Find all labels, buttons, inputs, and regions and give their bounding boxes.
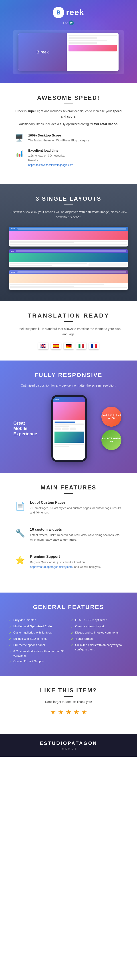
check-icon: ✓	[9, 618, 11, 623]
gen-feature-label: Contact Form 7 Support	[13, 659, 44, 663]
speed-features: 🖥️ 100% Desktop Score The fastest theme …	[13, 134, 124, 167]
phone-secondary-image	[55, 431, 84, 443]
gen-feature-3: ✓ Custom galleries with lightbox.	[9, 630, 66, 636]
check-icon: ✓	[9, 637, 11, 641]
star-5: ★	[81, 708, 87, 716]
brand-subtitle: THEMES	[9, 747, 128, 750]
speed-badge-3g: Just 1.55 to load on 30	[101, 407, 121, 426]
features-list: 📄 Lot of Custom Pages 7 HomePages, 3 Pos…	[13, 501, 124, 575]
url-bar	[16, 250, 126, 252]
mobile-showcase: GreatMobileExperience B reek	[13, 395, 124, 462]
flag-it: 🇮🇹	[76, 343, 86, 349]
phone-line	[55, 444, 84, 445]
check-icon: ✓	[9, 649, 11, 654]
nav-dot	[13, 272, 14, 273]
responsive-section: Fully Responsive Optimized disposition f…	[0, 361, 137, 473]
main-features-section: Main Features 📄 Lot of Custom Pages 7 Ho…	[0, 473, 137, 593]
translation-section: Translation Ready Breek supports i18n st…	[0, 301, 137, 361]
main-features-title: Main Features	[13, 484, 124, 494]
nav-dot	[11, 272, 12, 273]
gen-feature-r3: ✓ Disqus and self hosted comments.	[71, 630, 128, 636]
layout-content	[9, 262, 128, 267]
content-line	[10, 286, 74, 286]
gen-feature-6: ✓ 6 Custom shortcodes with more than 30 …	[9, 648, 66, 659]
check-icon: ✓	[9, 659, 11, 664]
nav-dot	[13, 228, 14, 229]
speed-desc-1: Breek is super light and includes severa…	[13, 109, 124, 119]
gen-feature-5: ✓ Full theme options panel.	[9, 642, 66, 648]
layouts-desc: Just with a few click your articles will…	[9, 210, 128, 220]
gen-feature-label: Custom galleries with lightbox.	[13, 630, 52, 635]
content-line	[10, 244, 127, 245]
feature2-title: Excelient load time	[28, 148, 73, 152]
feature-text-pages: Lot of Custom Pages 7 HomePages, 3 Post …	[30, 501, 124, 515]
phone-tag	[55, 428, 61, 430]
check-icon: ✓	[71, 624, 73, 629]
phone-mockup: B reek	[42, 395, 97, 462]
layout-content	[9, 240, 128, 247]
gen-feature-r2: ✓ One click demo import.	[71, 624, 128, 630]
feature-widgets-title: 10 custom widgets	[30, 528, 124, 531]
layouts-previews	[9, 227, 128, 290]
stars-row: ★ ★ ★ ★ ★	[13, 708, 124, 716]
star-1: ★	[50, 708, 56, 716]
content-line	[10, 242, 74, 243]
layouts-title: 3 Single Layouts	[9, 195, 128, 205]
gen-feature-label: One click demo import.	[75, 624, 105, 628]
nav-dot	[14, 228, 15, 229]
general-features-right: ✓ HTML & CSS3 optimized. ✓ One click dem…	[71, 617, 128, 665]
check-icon: ✓	[71, 631, 73, 635]
phone-content	[53, 420, 85, 449]
mobile-label: GreatMobileExperience	[13, 420, 37, 436]
feature1-title: 100% Desktop Score	[28, 134, 90, 137]
monitor-icon-box: 🖥️	[13, 134, 25, 143]
check-icon: ✓	[71, 618, 73, 623]
flag-fr: 🇫🇷	[89, 343, 99, 349]
layout-no-sidebar	[9, 270, 128, 290]
flag-de: 🇩🇪	[64, 343, 74, 349]
star-4: ★	[73, 708, 79, 716]
gen-feature-4: ✓ Builded with SEO in mind.	[9, 636, 66, 642]
phone-logo: B reek	[55, 399, 59, 400]
content-line	[10, 265, 52, 266]
phone-frame: B reek	[51, 395, 87, 462]
hero-mockup: B reek	[13, 30, 124, 74]
phone-line	[55, 423, 84, 425]
brand-footer: ESTUDIOPATAGON THEMES	[0, 734, 137, 757]
feature-pages-desc: 7 HomePages, 3 Post styles and custom pa…	[30, 506, 124, 515]
responsive-title: Fully Responsive	[13, 372, 124, 379]
support-icon: ⭐	[15, 555, 25, 565]
phone-tag	[69, 428, 76, 430]
gen-feature-r4: ✓ 4 past formats.	[71, 636, 128, 642]
layout-header	[9, 227, 128, 231]
phone-tag	[62, 428, 69, 430]
feature-widgets-desc: Latest tweets, Flickr, Recent/Featured P…	[30, 533, 124, 542]
layout-fullwidth	[9, 227, 128, 247]
feature-icon-pages: 📄	[13, 501, 27, 512]
flag-es: 🇪🇸	[51, 343, 61, 349]
translation-title: Translation Ready	[13, 312, 124, 322]
speed-badge-4g: Just 0.75 load on 40	[101, 430, 121, 450]
feature-content-2: Excelient load time 1.5s to load on 3G n…	[28, 148, 73, 167]
support-link[interactable]: https://estudiopatagon.ticksy.com/	[30, 565, 73, 568]
layout-classic	[9, 249, 128, 267]
check-icon: ✓	[9, 631, 11, 635]
phone-hero-image	[53, 402, 85, 420]
hero-mockup-left: B reek	[19, 33, 67, 71]
for-label: For	[63, 21, 68, 25]
wordpress-icon: W	[69, 21, 74, 25]
layout-hero-image	[9, 253, 128, 262]
layout-header	[9, 249, 128, 253]
nav-dot	[11, 228, 12, 229]
mockup-bar	[68, 42, 98, 44]
url-bar	[17, 271, 126, 273]
feature-support-title: Premium Support	[30, 555, 124, 559]
general-features-title: General Features	[9, 604, 128, 611]
speed-title: Awesome Speed!	[13, 94, 124, 104]
feature2-link[interactable]: https://testmysite.thinkwithgoogle.com	[28, 164, 73, 167]
layout-hero-image	[9, 274, 128, 283]
gen-feature-2: ✓ Minified and Optimized Code.	[9, 624, 66, 630]
gen-feature-label: Unlimited colors with an easy way to con…	[75, 643, 128, 652]
general-features-left: ✓ Fully documented. ✓ Minified and Optim…	[9, 617, 66, 665]
chart-icon-box: 📊	[13, 148, 25, 158]
